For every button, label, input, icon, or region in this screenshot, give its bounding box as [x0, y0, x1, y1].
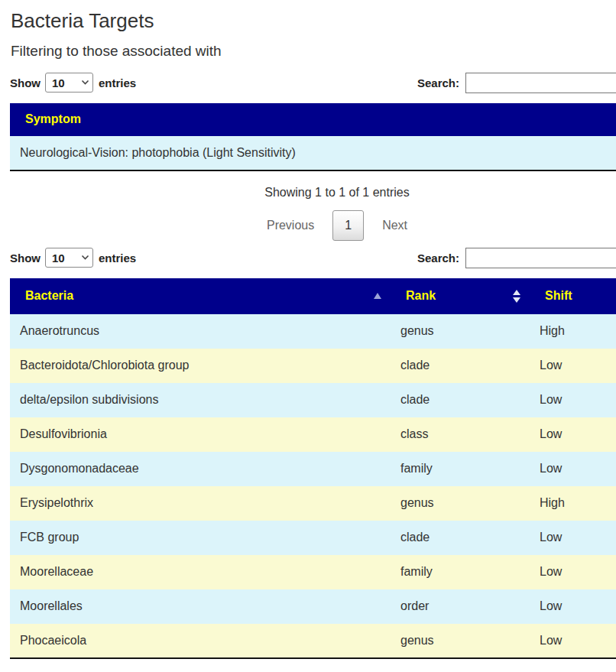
column-header-shift[interactable]: Shift: [530, 278, 616, 314]
shift-cell: Low: [530, 349, 616, 383]
bacteria-page-length-select[interactable]: 10: [45, 248, 93, 268]
bacteria-table: Bacteria Rank: [10, 278, 616, 659]
shift-cell: Low: [530, 521, 616, 555]
sort-ascending-icon: [374, 293, 381, 299]
bacteria-header-row: Bacteria Rank: [10, 278, 616, 314]
table-row: delta/epsilon subdivisions clade Low: [10, 383, 616, 417]
column-header-label: Symptom: [25, 112, 81, 126]
table-row: Moorellales order Low: [10, 589, 616, 624]
rank-cell: family: [391, 555, 530, 589]
column-header-symptom[interactable]: Symptom: [10, 103, 616, 136]
entries-label: entries: [99, 252, 136, 265]
symptom-page-length-wrap: 10: [45, 73, 93, 93]
shift-cell: High: [530, 314, 616, 349]
rank-cell: order: [391, 589, 530, 624]
table-row: Bacteroidota/Chlorobiota group clade Low: [10, 349, 616, 383]
table-info: Showing 1 to 1 of 1 entries: [10, 185, 616, 200]
table-row: Erysipelothrix genus High: [10, 486, 616, 521]
symptom-cell: Neurological-Vision: photophobia (Light …: [10, 136, 616, 170]
rank-cell: clade: [391, 349, 530, 383]
column-header-label: Rank: [406, 289, 436, 303]
table-row: Neurological-Vision: photophobia (Light …: [10, 136, 616, 170]
rank-cell: genus: [391, 486, 530, 521]
symptom-table-head: Symptom: [10, 103, 616, 136]
column-header-bacteria[interactable]: Bacteria: [10, 278, 391, 314]
table-row: FCB group clade Low: [10, 521, 616, 555]
search-label: Search:: [417, 76, 459, 89]
rank-cell: family: [391, 452, 530, 486]
symptom-table-body: Neurological-Vision: photophobia (Light …: [10, 136, 616, 170]
show-label: Show: [10, 76, 41, 89]
bacteria-cell: FCB group: [10, 521, 391, 555]
table-row: Anaerotruncus genus High: [10, 314, 616, 349]
shift-cell: Low: [530, 624, 616, 658]
column-header-label: Shift: [545, 289, 572, 303]
bacteria-cell: Dysgonomonadaceae: [10, 452, 391, 486]
bacteria-cell: Erysipelothrix: [10, 486, 391, 521]
rank-cell: clade: [391, 383, 530, 417]
bacteria-cell: Moorellaceae: [10, 555, 391, 589]
table-row: Moorellaceae family Low: [10, 555, 616, 589]
bacteria-search-control: Search:: [417, 248, 616, 268]
rank-cell: clade: [391, 521, 530, 555]
shift-cell: Low: [530, 589, 616, 624]
filter-description: Filtering to those associated with: [11, 43, 616, 60]
current-page-button[interactable]: 1: [332, 210, 364, 241]
table-row: Desulfovibrionia class Low: [10, 417, 616, 452]
symptom-table: Symptom Neurological-Vision: photophobia…: [10, 103, 616, 171]
shift-cell: Low: [530, 555, 616, 589]
bacteria-search-input[interactable]: [465, 248, 616, 268]
rank-cell: genus: [391, 314, 530, 349]
symptom-search-control: Search:: [417, 73, 616, 93]
shift-cell: Low: [530, 383, 616, 417]
bacteria-cell: Moorellales: [10, 589, 391, 624]
shift-cell: High: [530, 486, 616, 521]
table-row: Phocaeicola genus Low: [10, 624, 616, 658]
shift-cell: Low: [530, 452, 616, 486]
bacteria-table-body: Anaerotruncus genus High Bacteroidota/Ch…: [10, 314, 616, 658]
bacteria-cell: delta/epsilon subdivisions: [10, 383, 391, 417]
bacteria-cell: Anaerotruncus: [10, 314, 391, 349]
sort-unsorted-icon: [513, 290, 520, 303]
bacteria-cell: Desulfovibrionia: [10, 417, 391, 452]
page-content: Bacteria Targets Filtering to those asso…: [10, 0, 616, 659]
rank-cell: genus: [391, 624, 530, 658]
entries-label: entries: [99, 76, 136, 89]
shift-cell: Low: [530, 417, 616, 452]
show-label: Show: [10, 252, 41, 265]
symptom-page-length-select[interactable]: 10: [45, 73, 93, 93]
column-header-label: Bacteria: [25, 289, 73, 303]
table-row: Dysgonomonadaceae family Low: [10, 452, 616, 486]
bacteria-cell: Phocaeicola: [10, 624, 391, 658]
next-page-button[interactable]: Next: [376, 212, 413, 239]
page-title: Bacteria Targets: [11, 10, 616, 33]
bacteria-cell: Bacteroidota/Chlorobiota group: [10, 349, 391, 383]
bacteria-table-controls: Show 10 entries Search:: [10, 248, 616, 268]
rank-cell: class: [391, 417, 530, 452]
bacteria-table-head: Bacteria Rank: [10, 278, 616, 314]
symptom-page-length-control: Show 10 entries: [10, 73, 136, 93]
previous-page-button[interactable]: Previous: [261, 212, 320, 239]
symptom-header-row: Symptom: [10, 103, 616, 136]
bacteria-page-length-wrap: 10: [45, 248, 93, 268]
column-header-rank[interactable]: Rank: [391, 278, 530, 314]
bacteria-page-length-control: Show 10 entries: [10, 248, 136, 268]
symptom-search-input[interactable]: [465, 73, 616, 93]
search-label: Search:: [417, 252, 459, 265]
pagination: Previous 1 Next: [10, 210, 616, 241]
symptom-table-controls: Show 10 entries Search:: [10, 73, 616, 93]
